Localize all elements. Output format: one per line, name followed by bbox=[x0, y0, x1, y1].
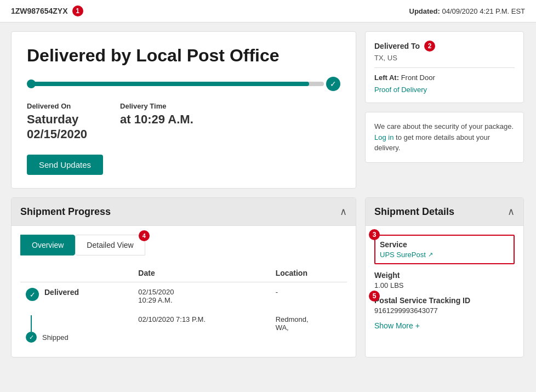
updated-value: 04/09/2020 4:21 P.M. EST bbox=[442, 7, 525, 15]
login-link[interactable]: Log in bbox=[374, 133, 394, 141]
delivered-to-location: TX, US bbox=[374, 54, 515, 62]
tracking-table: Date Location ✓ Delivered 02/15/2 bbox=[20, 264, 347, 348]
location-cell-1: - bbox=[270, 282, 347, 310]
top-bar: 1ZW987654ZYX 1 Updated: 04/09/2020 4:21 … bbox=[0, 0, 536, 22]
date-cell-1: 02/15/2020 10:29 A.M. bbox=[133, 282, 270, 310]
delivered-to-title: Delivered To bbox=[374, 42, 420, 50]
external-link-icon: ↗ bbox=[428, 251, 433, 258]
shipment-details-title: Shipment Details bbox=[374, 206, 454, 218]
status-cell-2: ✓ Shipped bbox=[20, 310, 133, 348]
weight-section: Weight 1.00 LBS bbox=[374, 271, 515, 289]
delivered-to-header: Delivered To 2 bbox=[374, 41, 515, 52]
security-text-before: We care about the security of your packa… bbox=[374, 122, 514, 130]
shipment-details-panel: Shipment Details ∧ 3 Service UPS SurePos… bbox=[365, 197, 524, 357]
postal-value: 9161299993643077 bbox=[374, 306, 515, 315]
delivered-to-card: Delivered To 2 TX, US Left At: Front Doo… bbox=[365, 31, 524, 103]
details-collapse-icon[interactable]: ∧ bbox=[508, 206, 515, 218]
postal-section-wrap: 5 Postal Service Tracking ID 91612999936… bbox=[374, 296, 515, 315]
delivered-on-label: Delivered On bbox=[27, 102, 87, 110]
status-cell: ✓ Delivered bbox=[20, 282, 133, 310]
left-at-value: Front Door bbox=[401, 73, 435, 82]
col-header-status bbox=[20, 264, 133, 282]
delivered-on-item: Delivered On Saturday 02/15/2020 bbox=[27, 102, 87, 141]
ups-surepost-link[interactable]: UPS SurePost ↗ bbox=[380, 251, 509, 259]
delivery-title: Delivered by Local Post Office bbox=[27, 45, 340, 66]
service-section-wrap: 3 Service UPS SurePost ↗ bbox=[374, 235, 515, 264]
delivery-time-value: at 10:29 A.M. bbox=[120, 112, 193, 127]
weight-value: 1.00 LBS bbox=[374, 281, 515, 289]
date-line1-row2: 02/10/2020 7:13 P.M. bbox=[138, 315, 264, 323]
shipment-progress-panel: Shipment Progress ∧ Overview Detailed Vi… bbox=[11, 197, 356, 357]
shipment-progress-title: Shipment Progress bbox=[20, 206, 111, 218]
date-cell-2: 02/10/2020 7:13 P.M. bbox=[133, 310, 270, 348]
postal-section: Postal Service Tracking ID 9161299993643… bbox=[374, 296, 515, 315]
left-at-label: Left At: bbox=[374, 73, 399, 82]
collapse-icon[interactable]: ∧ bbox=[340, 206, 347, 218]
weight-label: Weight bbox=[374, 271, 515, 280]
show-more-plus-icon: + bbox=[415, 321, 420, 330]
tracking-number: 1ZW987654ZYX bbox=[11, 7, 68, 15]
shipment-progress-body: Overview Detailed View 4 Date Location bbox=[12, 226, 356, 357]
delivery-card: Delivered by Local Post Office ✓ Deliver… bbox=[11, 31, 356, 189]
date-line1-row1: 02/15/2020 bbox=[138, 288, 264, 296]
location-cell-2: Redmond, WA, bbox=[270, 310, 347, 348]
tab-badge-4: 4 bbox=[139, 230, 150, 241]
updated-label: Updated: bbox=[409, 7, 440, 15]
location-line1-row2: Redmond, bbox=[276, 315, 341, 323]
delivery-time-item: Delivery Time at 10:29 A.M. bbox=[120, 102, 193, 141]
service-value: UPS SurePost bbox=[380, 251, 426, 259]
right-panel: Delivered To 2 TX, US Left At: Front Doo… bbox=[365, 31, 524, 189]
progress-track bbox=[31, 82, 324, 86]
security-card: We care about the security of your packa… bbox=[365, 112, 524, 163]
delivery-info: Delivered On Saturday 02/15/2020 Deliver… bbox=[27, 102, 340, 141]
divider-1 bbox=[374, 67, 515, 68]
progress-start-dot bbox=[27, 79, 36, 88]
col-header-location: Location bbox=[270, 264, 347, 282]
show-more-link[interactable]: Show More + bbox=[374, 321, 420, 330]
timeline-line bbox=[31, 315, 32, 332]
date-line2-row1: 10:29 A.M. bbox=[138, 296, 264, 304]
delivered-date-line2: 02/15/2020 bbox=[27, 127, 87, 141]
bottom-section: Shipment Progress ∧ Overview Detailed Vi… bbox=[0, 197, 536, 368]
progress-check-icon: ✓ bbox=[326, 77, 340, 91]
delivery-time-label: Delivery Time bbox=[120, 102, 193, 110]
tracking-number-section: 1ZW987654ZYX 1 bbox=[11, 5, 83, 16]
left-at: Left At: Front Door bbox=[374, 73, 515, 82]
location-line2-row2: WA, bbox=[276, 323, 341, 332]
show-more-label: Show More bbox=[374, 321, 413, 330]
status-cell-inner: ✓ Delivered bbox=[26, 288, 127, 301]
shipment-details-body: 3 Service UPS SurePost ↗ Weight 1.00 LBS… bbox=[366, 226, 523, 339]
delivered-date-line1: Saturday bbox=[27, 112, 87, 127]
shipment-details-header: Shipment Details ∧ bbox=[366, 198, 523, 226]
table-row: ✓ Shipped 02/10/2020 7:13 P.M. Redmond, … bbox=[20, 310, 347, 348]
main-content: Delivered by Local Post Office ✓ Deliver… bbox=[0, 22, 536, 197]
security-text: We care about the security of your packa… bbox=[374, 121, 515, 154]
postal-label: Postal Service Tracking ID bbox=[374, 296, 515, 305]
progress-fill bbox=[31, 82, 309, 86]
service-label: Service bbox=[380, 240, 509, 249]
service-box: Service UPS SurePost ↗ bbox=[374, 235, 515, 264]
shipment-progress-header: Shipment Progress ∧ bbox=[12, 198, 356, 226]
send-updates-button[interactable]: Send Updates bbox=[27, 155, 103, 175]
tab-overview[interactable]: Overview bbox=[20, 235, 75, 255]
updated-timestamp: Updated: 04/09/2020 4:21 P.M. EST bbox=[409, 7, 526, 15]
proof-of-delivery-link[interactable]: Proof of Delivery bbox=[374, 86, 427, 94]
shipped-status-label: Shipped bbox=[42, 333, 69, 342]
delivered-status-label: Delivered bbox=[44, 288, 79, 297]
shipped-check-icon: ✓ bbox=[26, 332, 37, 343]
badge-2: 2 bbox=[424, 41, 435, 52]
tab-detailed-view[interactable]: Detailed View bbox=[75, 235, 145, 255]
delivered-date: Saturday 02/15/2020 bbox=[27, 112, 87, 141]
show-more-section: Show More + bbox=[374, 321, 515, 330]
col-header-date: Date bbox=[133, 264, 270, 282]
tabs-container: Overview Detailed View 4 bbox=[20, 235, 347, 255]
table-row: ✓ Delivered 02/15/2020 10:29 A.M. - bbox=[20, 282, 347, 310]
delivered-check-icon: ✓ bbox=[26, 288, 39, 301]
progress-bar: ✓ bbox=[27, 77, 340, 91]
badge-1: 1 bbox=[72, 5, 83, 16]
